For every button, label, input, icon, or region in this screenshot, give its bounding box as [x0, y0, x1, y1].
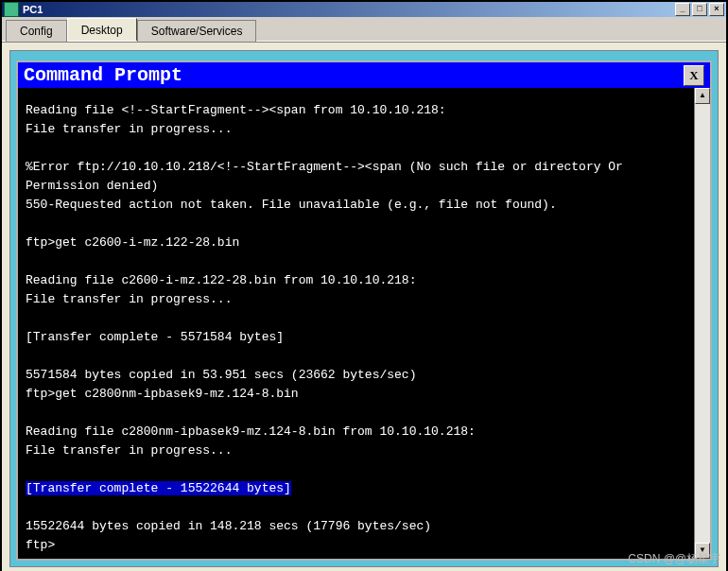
term-line: [Transfer complete - 5571584 bytes]	[26, 330, 284, 344]
app-window: PC1 _ □ × Config Desktop Software/Servic…	[0, 0, 728, 571]
term-line-highlighted: [Transfer complete - 15522644 bytes]	[26, 481, 291, 495]
desktop-background: Command Prompt X Reading file <!--StartF…	[9, 50, 719, 567]
maximize-button[interactable]: □	[692, 3, 707, 16]
tab-strip: Config Desktop Software/Services	[2, 17, 726, 42]
term-line: File transfer in progress...	[26, 122, 232, 136]
titlebar: PC1 _ □ ×	[2, 2, 726, 17]
minimize-button[interactable]: _	[675, 3, 690, 16]
term-line: Reading file c2600-i-mz.122-28.bin from …	[26, 273, 416, 287]
term-line: ftp>get c2600-i-mz.122-28.bin	[26, 235, 239, 250]
content-area: Command Prompt X Reading file <!--StartF…	[2, 42, 726, 571]
terminal-wrap: Reading file <!--StartFragment--><span f…	[18, 88, 710, 559]
term-line: 550-Requested action not taken. File una…	[26, 198, 557, 212]
watermark: CSDN @@杨星宇	[628, 551, 720, 567]
window-title: PC1	[23, 4, 43, 15]
term-line: 5571584 bytes copied in 53.951 secs (236…	[26, 368, 416, 382]
term-line: 15522644 bytes copied in 148.218 secs (1…	[26, 519, 431, 533]
tab-software-services[interactable]: Software/Services	[137, 20, 257, 42]
scroll-track[interactable]	[695, 104, 710, 543]
command-prompt-window: Command Prompt X Reading file <!--StartF…	[16, 61, 712, 561]
tab-config[interactable]: Config	[6, 20, 67, 42]
tab-desktop[interactable]: Desktop	[67, 18, 137, 41]
term-line: File transfer in progress...	[26, 443, 232, 458]
term-line: Reading file c2800nm-ipbasek9-mz.124-8.b…	[26, 424, 476, 439]
app-icon	[4, 2, 19, 17]
command-prompt-title: Command Prompt	[24, 64, 182, 86]
scroll-up-button[interactable]: ▲	[695, 88, 710, 104]
command-prompt-close-button[interactable]: X	[684, 65, 704, 86]
term-line: %Error ftp://10.10.10.218/<!--StartFragm…	[26, 160, 631, 193]
terminal-scrollbar[interactable]: ▲ ▼	[694, 88, 710, 559]
close-button[interactable]: ×	[709, 3, 724, 16]
term-line: ftp>	[26, 538, 55, 552]
terminal-output[interactable]: Reading file <!--StartFragment--><span f…	[18, 88, 694, 559]
term-line: ftp>get c2800nm-ipbasek9-mz.124-8.bin	[26, 387, 299, 401]
term-line: Reading file <!--StartFragment--><span f…	[26, 103, 446, 117]
term-line: File transfer in progress...	[26, 292, 232, 306]
command-prompt-titlebar: Command Prompt X	[18, 62, 710, 88]
